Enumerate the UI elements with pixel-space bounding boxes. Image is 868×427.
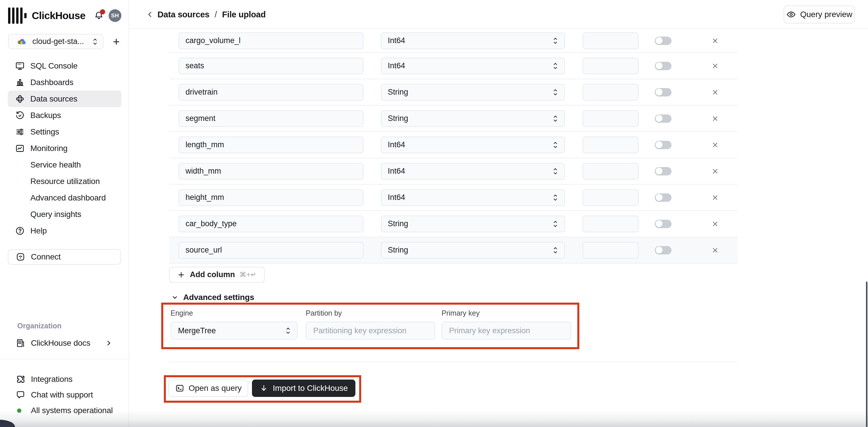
system-status[interactable]: All systems operational <box>8 403 121 418</box>
advanced-settings-toggle[interactable]: Advanced settings <box>171 293 254 302</box>
remove-column-button[interactable] <box>710 113 720 124</box>
nullable-toggle[interactable] <box>655 246 672 254</box>
engine-select[interactable]: MergeTree <box>170 322 298 340</box>
remove-column-button[interactable] <box>710 219 720 229</box>
sidebar-item-settings[interactable]: Settings <box>8 123 121 140</box>
nullable-toggle[interactable] <box>655 167 672 175</box>
column-type-select[interactable]: String <box>381 110 565 127</box>
column-name-input[interactable] <box>179 216 364 232</box>
close-icon <box>711 62 719 70</box>
table-row: Int64 <box>169 53 738 79</box>
eye-icon <box>786 9 796 19</box>
sidebar-item-service-health[interactable]: Service health <box>8 156 121 173</box>
import-label: Import to ClickHouse <box>273 383 348 393</box>
column-name-input[interactable] <box>179 58 364 74</box>
import-button[interactable]: Import to ClickHouse <box>252 379 355 397</box>
sidebar-item-dashboards[interactable]: Dashboards <box>8 74 121 90</box>
nullable-toggle[interactable] <box>655 141 672 149</box>
column-name-input[interactable] <box>179 84 364 101</box>
query-preview-button[interactable]: Query preview <box>784 5 855 23</box>
remove-column-button[interactable] <box>710 61 720 71</box>
nullable-toggle[interactable] <box>655 88 672 96</box>
sidebar-item-monitoring[interactable]: Monitoring <box>8 140 121 156</box>
add-service-button[interactable]: + <box>111 36 121 48</box>
column-name-input[interactable] <box>179 110 364 127</box>
partition-by-input[interactable] <box>306 322 435 340</box>
default-value-input[interactable] <box>583 137 639 153</box>
remove-column-button[interactable] <box>710 87 720 97</box>
avatar[interactable]: SH <box>108 9 121 22</box>
table-row: Int64 <box>169 184 738 211</box>
column-type-select[interactable]: String <box>381 84 565 101</box>
column-type-select[interactable]: Int64 <box>381 189 565 206</box>
chevron-updown-icon <box>552 88 559 97</box>
column-type-select[interactable]: Int64 <box>381 163 565 180</box>
nullable-toggle[interactable] <box>655 62 672 70</box>
default-value-input[interactable] <box>583 189 639 206</box>
sidebar-item-advanced-dashboard[interactable]: Advanced dashboard <box>8 190 121 206</box>
toggle-knob <box>656 115 662 122</box>
vertical-scrollbar[interactable] <box>866 282 867 427</box>
close-icon <box>711 247 719 254</box>
remove-column-button[interactable] <box>710 245 720 255</box>
column-type-select[interactable]: Int64 <box>381 58 565 74</box>
integrations-icon <box>15 374 26 385</box>
chat-icon <box>15 390 26 400</box>
sidebar-header: ClickHouse SH <box>8 8 121 23</box>
column-type-select[interactable]: String <box>381 216 565 232</box>
column-name-input[interactable] <box>179 189 364 206</box>
column-name-input[interactable] <box>179 163 364 180</box>
column-type-select[interactable]: Int64 <box>381 32 565 49</box>
download-arrow-icon <box>259 384 268 393</box>
sidebar-item-help[interactable]: Help <box>8 223 121 239</box>
sidebar-item-backups[interactable]: Backups <box>8 107 121 123</box>
chevron-updown-icon <box>552 140 559 149</box>
service-selector[interactable]: cloud-get-sta... <box>8 34 103 49</box>
query-preview-label: Query preview <box>800 10 852 19</box>
sidebar-item-chat-support[interactable]: Chat with support <box>8 387 121 403</box>
nullable-toggle[interactable] <box>655 36 672 45</box>
close-icon <box>711 220 719 228</box>
default-value-input[interactable] <box>583 242 639 259</box>
connect-button[interactable]: Connect <box>8 249 121 265</box>
default-value-input[interactable] <box>583 58 639 74</box>
nullable-toggle[interactable] <box>655 220 672 228</box>
sidebar-item-docs[interactable]: ClickHouse docs <box>8 335 121 351</box>
sidebar-item-query-insights[interactable]: Query insights <box>8 206 121 223</box>
toggle-knob <box>656 89 662 96</box>
sidebar-item-sql-console[interactable]: SQL Console <box>8 58 121 74</box>
remove-column-button[interactable] <box>710 192 720 203</box>
remove-column-button[interactable] <box>710 166 720 176</box>
column-name-input[interactable] <box>179 32 364 49</box>
remove-column-button[interactable] <box>710 36 720 46</box>
chevron-right-icon <box>104 339 113 347</box>
table-row: Int64 <box>169 158 738 184</box>
remove-column-button[interactable] <box>710 140 720 150</box>
sidebar-item-integrations[interactable]: Integrations <box>8 371 121 387</box>
column-type-value: Int64 <box>388 140 405 149</box>
notifications-button[interactable] <box>93 9 104 22</box>
sidebar-item-data-sources[interactable]: Data sources <box>8 90 121 107</box>
column-type-select[interactable]: Int64 <box>381 137 565 153</box>
sidebar-item-label: Dashboards <box>30 78 73 87</box>
breadcrumb-parent[interactable]: Data sources <box>157 10 210 19</box>
back-button[interactable] <box>143 7 157 21</box>
add-column-button[interactable]: Add column ⌘+↵ <box>169 267 265 283</box>
primary-key-input[interactable] <box>441 322 571 340</box>
default-value-input[interactable] <box>583 216 639 232</box>
brand-name: ClickHouse <box>32 10 86 21</box>
default-value-input[interactable] <box>583 163 639 180</box>
default-value-input[interactable] <box>583 84 639 101</box>
column-name-input[interactable] <box>179 242 364 259</box>
column-name-input[interactable] <box>179 137 364 153</box>
column-type-select[interactable]: String <box>381 242 565 259</box>
column-type-value: Int64 <box>388 36 405 45</box>
default-value-input[interactable] <box>583 32 639 49</box>
open-as-query-button[interactable]: Open as query <box>168 379 248 397</box>
data-sources-icon <box>15 94 25 104</box>
nullable-toggle[interactable] <box>655 193 672 202</box>
sidebar-item-resource-utilization[interactable]: Resource utilization <box>8 173 121 190</box>
default-value-input[interactable] <box>583 110 639 127</box>
section-divider <box>169 362 738 362</box>
nullable-toggle[interactable] <box>655 114 672 123</box>
